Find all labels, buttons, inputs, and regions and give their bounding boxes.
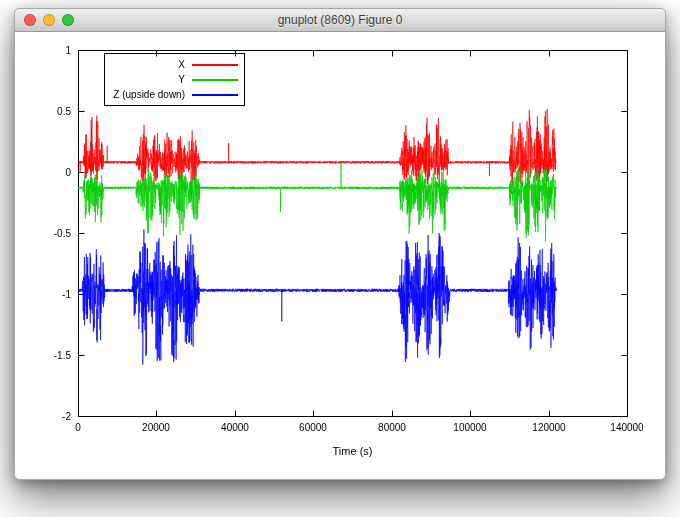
plot-container: X Y Z (upside down) — [15, 32, 665, 480]
traffic-lights — [24, 14, 74, 26]
legend-entry: Z (upside down) — [109, 87, 238, 102]
legend-entry: Y — [109, 72, 238, 87]
legend-line-sample — [192, 79, 238, 81]
window-title: gnuplot (8609) Figure 0 — [278, 13, 403, 27]
minimize-button[interactable] — [43, 14, 55, 26]
legend-entry: X — [109, 57, 238, 72]
legend-label: Y — [109, 74, 185, 85]
legend-label: X — [109, 59, 185, 70]
legend-line-sample — [192, 94, 238, 96]
close-button[interactable] — [24, 14, 36, 26]
legend-line-sample — [192, 64, 238, 66]
gnuplot-window: gnuplot (8609) Figure 0 X Y Z (upside do… — [14, 8, 666, 480]
legend: X Y Z (upside down) — [104, 53, 245, 106]
titlebar[interactable]: gnuplot (8609) Figure 0 — [15, 9, 665, 32]
zoom-button[interactable] — [62, 14, 74, 26]
legend-label: Z (upside down) — [109, 89, 185, 100]
desktop-background: gnuplot (8609) Figure 0 X Y Z (upside do… — [0, 0, 680, 517]
